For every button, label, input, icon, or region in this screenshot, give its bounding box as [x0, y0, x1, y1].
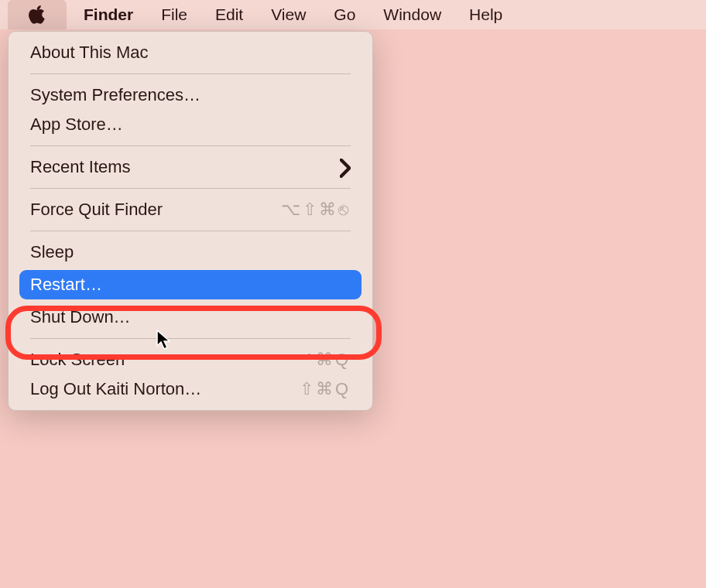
keyboard-shortcut: ^⌘Q — [306, 350, 351, 370]
menu-divider — [30, 145, 351, 146]
menu-edit[interactable]: Edit — [201, 0, 257, 29]
menu-item-label: Recent Items — [30, 157, 340, 177]
menu-item-label: Shut Down… — [30, 307, 351, 327]
menu-divider — [30, 231, 351, 231]
menu-item-label: Lock Screen — [30, 350, 306, 370]
apple-icon — [28, 5, 46, 25]
menu-item-recent-items[interactable]: Recent Items — [9, 152, 372, 182]
menu-item-logout[interactable]: Log Out Kaiti Norton… ⇧⌘Q — [9, 374, 372, 404]
menu-item-label: Force Quit Finder — [30, 200, 281, 220]
menu-item-sleep[interactable]: Sleep — [9, 238, 372, 267]
menu-item-app-store[interactable]: App Store… — [9, 110, 372, 139]
menu-item-label: About This Mac — [30, 43, 351, 63]
menu-item-lock-screen[interactable]: Lock Screen ^⌘Q — [9, 345, 372, 374]
menu-help[interactable]: Help — [455, 0, 516, 29]
apple-menu-button[interactable] — [8, 0, 67, 29]
menu-item-system-preferences[interactable]: System Preferences… — [9, 80, 372, 110]
chevron-right-icon — [340, 159, 351, 176]
menu-window[interactable]: Window — [369, 0, 455, 29]
keyboard-shortcut: ⌥⇧⌘⎋ — [281, 200, 351, 220]
menu-go[interactable]: Go — [320, 0, 369, 29]
menu-item-force-quit[interactable]: Force Quit Finder ⌥⇧⌘⎋ — [9, 195, 372, 224]
menu-item-label: Restart… — [30, 275, 351, 295]
menu-item-label: System Preferences… — [30, 85, 351, 105]
menu-divider — [30, 338, 351, 339]
keyboard-shortcut: ⇧⌘Q — [300, 379, 351, 399]
menu-view[interactable]: View — [257, 0, 320, 29]
menu-item-restart[interactable]: Restart… — [19, 270, 362, 299]
menu-file[interactable]: File — [147, 0, 201, 29]
menu-divider — [30, 188, 351, 189]
menu-item-shutdown[interactable]: Shut Down… — [9, 303, 372, 332]
apple-dropdown-menu: About This Mac System Preferences… App S… — [8, 31, 373, 411]
menu-item-label: App Store… — [30, 115, 351, 135]
menu-item-label: Log Out Kaiti Norton… — [30, 379, 300, 399]
menu-bar: Finder File Edit View Go Window Help — [0, 0, 706, 29]
menu-item-label: Sleep — [30, 242, 351, 262]
menu-app-name[interactable]: Finder — [67, 0, 147, 29]
menu-item-about[interactable]: About This Mac — [9, 38, 372, 67]
menu-divider — [30, 74, 351, 74]
